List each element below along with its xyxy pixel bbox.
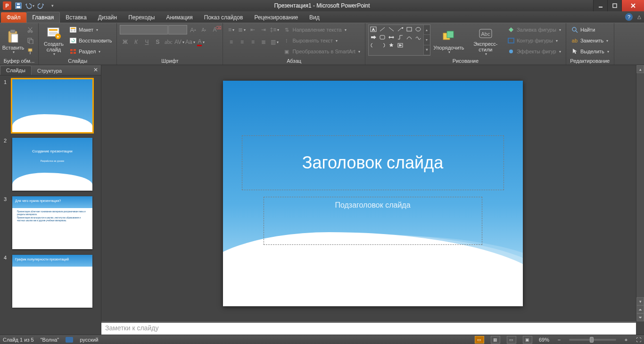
layout-button[interactable]: Макет▾ <box>67 25 114 35</box>
line-spacing-button[interactable]: ‡≡▾ <box>269 25 280 35</box>
thumb-3[interactable]: 3 Для чего нужна презентация? Презентаци… <box>4 196 97 249</box>
format-painter-button[interactable] <box>25 46 35 57</box>
view-slideshow-button[interactable]: ▣ <box>523 336 532 344</box>
scroll-down-icon[interactable]: ▾ <box>636 297 644 305</box>
shape-brace1-icon[interactable] <box>370 42 377 49</box>
gallery-up-icon[interactable]: ▴ <box>424 25 430 35</box>
tab-home[interactable]: Главная <box>26 12 60 23</box>
gallery-more-icon[interactable]: ▼ <box>424 45 430 55</box>
shape-oval-icon[interactable] <box>414 26 422 33</box>
app-menu-icon[interactable]: P <box>2 1 12 10</box>
close-button[interactable] <box>621 0 644 11</box>
save-icon[interactable] <box>13 1 24 10</box>
slide[interactable]: Заголовок слайда Подзаголовок слайда <box>223 81 523 306</box>
increase-indent-button[interactable]: ⇥ <box>258 25 269 35</box>
replace-button[interactable]: abЗаменить▾ <box>569 35 611 46</box>
zoom-slider[interactable] <box>569 339 616 341</box>
shape-curve-icon[interactable] <box>405 34 413 41</box>
scroll-up-icon[interactable]: ▴ <box>636 65 644 73</box>
justify-button[interactable]: ≣ <box>258 37 269 47</box>
language-icon[interactable] <box>66 337 73 343</box>
copy-button[interactable] <box>25 35 35 46</box>
vertical-scrollbar[interactable]: ▴ ▾ ⏶ ⏷ <box>636 65 644 321</box>
shrink-font-button[interactable]: A▾ <box>198 25 209 35</box>
shape-arrowline-icon[interactable] <box>396 26 404 33</box>
collapse-ribbon-icon[interactable]: △ <box>637 14 641 19</box>
section-button[interactable]: Раздел▾ <box>67 46 114 57</box>
shape-freeform-icon[interactable] <box>414 34 422 41</box>
fit-to-window-button[interactable]: ⛶ <box>636 337 641 343</box>
align-left-button[interactable]: ≡ <box>226 37 236 47</box>
new-slide-button[interactable]: ✶ Создать слайд▾ <box>41 25 66 57</box>
select-button[interactable]: Выделить▾ <box>569 46 611 57</box>
tab-insert[interactable]: Вставка <box>60 12 92 23</box>
align-right-button[interactable]: ≡ <box>248 37 258 47</box>
align-text-button[interactable]: ⫶Выровнять текст▾ <box>281 35 362 46</box>
qat-customize-icon[interactable]: ▾ <box>47 1 58 10</box>
shape-arrow-icon[interactable] <box>370 34 377 41</box>
font-size-combo[interactable] <box>168 25 187 34</box>
thumb-1[interactable]: 1 <box>4 79 97 132</box>
cut-button[interactable] <box>25 25 35 35</box>
notes-pane[interactable]: Заметки к слайду <box>101 321 636 335</box>
shape-roundrect-icon[interactable] <box>379 34 386 41</box>
font-family-combo[interactable] <box>120 25 168 34</box>
status-language[interactable]: русский <box>80 337 98 343</box>
shadow-button[interactable]: abc <box>163 37 173 47</box>
shapes-gallery[interactable]: A ▴ ▾ ▼ <box>368 25 430 56</box>
bold-button[interactable]: Ж <box>120 37 130 47</box>
find-button[interactable]: Найти <box>569 25 611 35</box>
slide-canvas[interactable]: Заголовок слайда Подзаголовок слайда ▴ ▾… <box>101 65 644 321</box>
tab-design[interactable]: Дизайн <box>92 12 123 23</box>
thumb-2[interactable]: 2 Создание презентации Разработка на уро… <box>4 138 97 191</box>
minimize-button[interactable] <box>593 0 607 11</box>
paste-button[interactable]: Вставить▾ <box>3 25 24 57</box>
shape-effects-button[interactable]: Эффекты фигур▾ <box>505 46 563 57</box>
convert-smartart-button[interactable]: ▣Преобразовать в SmartArt▾ <box>281 46 362 57</box>
tab-view[interactable]: Вид <box>304 12 325 23</box>
title-placeholder[interactable]: Заголовок слайда <box>242 135 504 190</box>
decrease-indent-button[interactable]: ⇤ <box>248 25 258 35</box>
view-normal-button[interactable]: ▭ <box>475 336 484 344</box>
align-center-button[interactable]: ≡ <box>237 37 247 47</box>
text-direction-button[interactable]: ⇅Направление текста▾ <box>281 25 362 35</box>
zoom-out-button[interactable]: − <box>556 337 562 343</box>
bullets-button[interactable]: ≡▾ <box>226 25 236 35</box>
next-slide-icon[interactable]: ⏷ <box>636 313 644 321</box>
numbering-button[interactable]: ≣▾ <box>237 25 247 35</box>
tab-thumbnails[interactable]: Слайды <box>0 66 32 75</box>
reset-button[interactable]: Восстановить <box>67 35 114 46</box>
italic-button[interactable]: К <box>131 37 141 47</box>
change-case-button[interactable]: Aa▾ <box>185 37 195 47</box>
shape-doublearrow-icon[interactable] <box>388 34 395 41</box>
shape-star-icon[interactable] <box>388 42 395 49</box>
shape-line2-icon[interactable] <box>388 26 395 33</box>
columns-button[interactable]: ▥▾ <box>269 37 280 47</box>
char-spacing-button[interactable]: AV▾ <box>174 37 184 47</box>
view-reading-button[interactable]: ▭ <box>507 336 516 344</box>
shape-rect-icon[interactable] <box>405 26 413 33</box>
shape-brace2-icon[interactable] <box>379 42 386 49</box>
tab-review[interactable]: Рецензирование <box>248 12 304 23</box>
tab-transitions[interactable]: Переходы <box>123 12 160 23</box>
gallery-down-icon[interactable]: ▾ <box>424 35 430 45</box>
tab-file[interactable]: Файл <box>1 12 26 23</box>
grow-font-button[interactable]: A▴ <box>188 25 198 35</box>
prev-slide-icon[interactable]: ⏶ <box>636 305 644 313</box>
tab-outline[interactable]: Структура <box>32 67 67 75</box>
shape-outline-button[interactable]: Контур фигуры▾ <box>505 35 563 46</box>
underline-button[interactable]: Ч <box>141 37 152 47</box>
view-sorter-button[interactable]: ▦ <box>491 336 500 344</box>
zoom-in-button[interactable]: + <box>623 337 629 343</box>
maximize-button[interactable] <box>607 0 621 11</box>
close-panel-icon[interactable]: ✕ <box>93 67 98 73</box>
shape-fill-button[interactable]: Заливка фигуры▾ <box>505 25 563 35</box>
thumb-4[interactable]: 4 График популярности презентаций <box>4 255 97 308</box>
shape-textbox-icon[interactable]: A <box>370 26 377 33</box>
arrange-button[interactable]: Упорядочить▾ <box>432 25 466 57</box>
shape-line-icon[interactable] <box>379 26 386 33</box>
redo-icon[interactable] <box>36 1 46 10</box>
strike-button[interactable]: S <box>152 37 163 47</box>
tab-slideshow[interactable]: Показ слайдов <box>198 12 249 23</box>
subtitle-placeholder[interactable]: Подзаголовок слайда <box>264 197 482 245</box>
